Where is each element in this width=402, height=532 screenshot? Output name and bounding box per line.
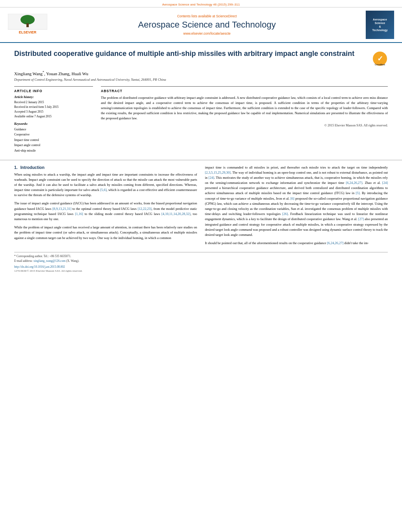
affiliation: Department of Control Engineering, Naval… [14,78,388,82]
two-col-info: ARTICLE INFO Article history: Received 2… [14,86,388,154]
ref-2-3[interactable]: [2,3,5,15,25,29,30] [205,171,231,174]
ref-6-27[interactable]: [6,24,26,27] [327,241,344,245]
intro-section-num: 1. [14,165,18,170]
journal-logo-box: AerospaceScience&Technology [366,11,394,39]
ref-12[interactable]: [12,22,23] [138,207,151,211]
elsevier-logo-area: ELSEVIER [8,14,55,36]
body-col-right: impact time is commanded to all missiles… [205,165,388,249]
sciencedirect-name[interactable]: ScienceDirect [216,14,236,18]
date-online: Available online 7 August 2015 [14,114,93,119]
body-area: 1. Introduction When using missiles to a… [0,165,402,249]
email-suffix: (X. Wang). [66,259,79,263]
keyword-2: Impact time control [14,137,93,143]
ref-wang27[interactable]: [27] [358,217,364,221]
abstract-copyright: © 2015 Elsevier Masson SAS. All rights r… [101,124,388,127]
article-title-area: Distributed cooperative guidance of mult… [14,49,388,67]
intro-para-1: When using missiles to attack a warship,… [14,172,197,198]
intro-section-label: Introduction [20,165,45,170]
svg-text:✓: ✓ [377,55,383,63]
keywords-label: Keywords: [14,122,93,126]
body-col-left: 1. Introduction When using missiles to a… [14,165,197,249]
intro-para-2: The issue of impact angle control guidan… [14,201,197,222]
ref-26[interactable]: [26] [282,212,288,216]
journal-title: Aerospace Science and Technology [55,20,359,30]
ref-4-10[interactable]: [4,10,11,14,20,28,32] [162,212,190,216]
ref-8-9[interactable]: [8,9,13,21,31] [52,207,71,211]
ref-6-24[interactable]: [6,24,26,27] [346,181,363,185]
crossmark-icon[interactable]: ✓ CrossMark [372,51,388,67]
page: Aerospace Science and Technology 46 (201… [0,0,402,532]
date-received: Received 2 January 2015 [14,100,93,105]
authors: Xingliang Wang*, Youan Zhang, Huali Wu [14,70,388,76]
author-names: Xingliang Wang*, Youan Zhang, Huali Wu [14,71,88,76]
footnote-star: * Corresponding author. Tel.: +86 535 66… [14,254,388,259]
abstract-section: ABSTRACT The problem of distributed coop… [101,86,388,154]
date-revised: Received in revised form 5 July 2015 [14,105,93,109]
keyword-0: Guidance [14,127,93,132]
svg-text:ELSEVIER: ELSEVIER [19,30,37,34]
ref-24[interactable]: [24] [208,176,214,180]
sciencedirect-link: Contents lists available at ScienceDirec… [55,14,359,18]
ref-zhao[interactable]: [24] [382,181,388,185]
keyword-4: Anti-ship missile [14,148,93,154]
header-area: ELSEVIER Contents lists available at Sci… [0,7,402,43]
svg-point-1 [20,15,35,24]
footnotes: * Corresponding author. Tel.: +86 535 66… [14,252,388,263]
intro-para-3: While the problem of impact angle contro… [14,225,197,241]
keyword-1: Cooperative [14,132,93,137]
right-para-2: It should be pointed out that, all of th… [205,241,388,246]
journal-url[interactable]: www.elsevier.com/locate/aescte [55,32,359,35]
ref-1-16[interactable]: [1,16] [75,212,83,216]
article-dates: Received 2 January 2015 Received in revi… [14,100,93,119]
history-label: Article history: [14,95,93,99]
journal-ref: Aerospace Science and Technology 46 (201… [162,3,240,6]
footnote-email: E-mail address: xingliang_wang@126.com (… [14,259,388,263]
abstract-heading: ABSTRACT [101,89,388,93]
header-right: AerospaceScience&Technology [359,11,394,39]
abstract-text: The problem of distributed cooperative g… [101,95,388,121]
intro-heading: 1. Introduction [14,165,197,170]
journal-header: Aerospace Science and Technology 46 (201… [0,0,402,7]
header-center: Contents lists available at ScienceDirec… [55,14,359,35]
ref-jeon[interactable]: [6] [290,196,294,200]
svg-text:CrossMark: CrossMark [375,63,385,66]
section-divider [0,160,402,160]
article-info-heading: ARTICLE INFO [14,89,93,93]
ref-5b[interactable]: [5] [356,191,360,195]
date-accepted: Accepted 3 August 2015 [14,109,93,114]
doi-line[interactable]: http://dx.doi.org/10.1016/j.ast.2015.08.… [14,265,388,269]
keyword-3: Impact angle control [14,143,93,148]
email-link[interactable]: xingliang_wang@126.com [34,259,65,263]
ref-5-6[interactable]: [5,6] [100,188,106,192]
right-para-1: impact time is commanded to all missiles… [205,165,388,237]
copyright-bottom: 1270-9638/© 2015 Elsevier Masson SAS. Al… [14,269,388,272]
svg-rect-2 [26,23,29,27]
email-label: E-mail address: [14,259,33,263]
doi-url[interactable]: http://dx.doi.org/10.1016/j.ast.2015.08.… [14,265,65,269]
article-info: ARTICLE INFO Article history: Received 2… [14,86,93,154]
content-area: Distributed cooperative guidance of mult… [0,43,402,154]
keywords-list: Guidance Cooperative Impact time control… [14,127,93,154]
article-title-text: Distributed cooperative guidance of mult… [14,49,372,58]
elsevier-logo: ELSEVIER [8,14,47,35]
